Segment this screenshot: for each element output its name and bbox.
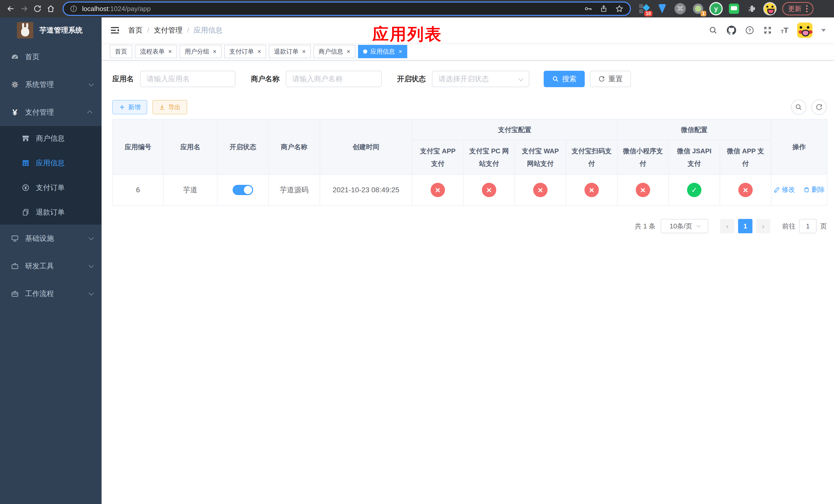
sidebar-item-label: 支付订单: [36, 183, 92, 192]
extension-vue-devtools-icon[interactable]: y: [710, 3, 722, 15]
extension-kite-icon[interactable]: [656, 3, 668, 15]
fullscreen-icon[interactable]: [763, 26, 772, 35]
search-icon[interactable]: [708, 26, 718, 35]
status-toggle[interactable]: [233, 185, 253, 195]
next-page-button[interactable]: ›: [756, 219, 770, 233]
avatar[interactable]: [797, 23, 812, 38]
sidebar-item-workflow[interactable]: 工作流程: [0, 280, 102, 307]
sidebar-logo[interactable]: 芋道管理系统: [0, 18, 102, 43]
wechat-jsapi-status-icon: [687, 183, 701, 197]
sub-header-alipay-wap: 支付宝 WAP 网站支付: [515, 140, 566, 175]
tag-close-icon[interactable]: ×: [258, 48, 261, 54]
group-header-alipay: 支付宝配置: [412, 119, 617, 140]
delete-link[interactable]: 删除: [803, 185, 825, 194]
edit-link[interactable]: 修改: [773, 185, 795, 194]
extension-badge: 1: [701, 11, 706, 17]
tags-view-bar: 首页 流程表单× 用户分组× 支付订单× 退款订单× 商户信息× 应用信息×: [102, 43, 834, 61]
font-size-icon[interactable]: TT: [781, 26, 788, 34]
cell-app-id: 6: [113, 175, 163, 205]
merchant-name-input[interactable]: [286, 71, 381, 87]
col-header-app-id: 应用编号: [113, 119, 163, 175]
tag-label: 商户信息: [319, 47, 343, 55]
profile-emoji-icon[interactable]: [764, 3, 776, 15]
tag-close-icon[interactable]: ×: [168, 48, 172, 54]
extensions-puzzle-icon[interactable]: [746, 3, 758, 15]
workflow-box-icon: [11, 290, 19, 298]
avatar-caret-icon[interactable]: [821, 29, 826, 32]
site-info-icon[interactable]: [70, 5, 78, 13]
help-icon[interactable]: ?: [745, 26, 754, 35]
table-row: 6 芋道 芋道源码 2021-10-23 08:49:25: [113, 175, 827, 205]
sidebar-item-merchant-info[interactable]: 商户信息: [0, 126, 102, 151]
tag-label: 流程表单: [140, 47, 164, 55]
address-bar[interactable]: localhost:1024/pay/app: [63, 2, 631, 16]
screen: localhost:1024/pay/app 10 ⌘ 1 y: [0, 0, 834, 504]
tag-pay-orders[interactable]: 支付订单×: [224, 45, 266, 58]
sub-header-wechat-jsapi: 微信 JSAPI 支付: [668, 140, 720, 175]
search-button[interactable]: 搜索: [544, 71, 585, 87]
sidebar-item-infrastructure[interactable]: 基础设施: [0, 225, 102, 252]
browser-reload-button[interactable]: [31, 2, 44, 15]
export-button[interactable]: 导出: [152, 100, 187, 114]
extension-chat-icon[interactable]: [728, 3, 740, 15]
browser-forward-button[interactable]: [18, 2, 31, 15]
sidebar-item-label: 首页: [25, 52, 92, 62]
back-icon: [6, 4, 15, 13]
cell-actions: 修改 删除: [771, 175, 827, 205]
extension-grid-diamond-icon[interactable]: 10: [638, 3, 650, 15]
github-icon[interactable]: [727, 25, 736, 35]
share-icon[interactable]: [599, 5, 608, 13]
browser-update-chip[interactable]: 更新: [782, 2, 813, 15]
refresh-table-button[interactable]: [811, 99, 827, 115]
extension-command-icon[interactable]: ⌘: [674, 3, 686, 15]
tag-refund-orders[interactable]: 退款订单×: [269, 45, 311, 58]
edit-link-label: 修改: [782, 185, 795, 194]
toolbox-icon: [11, 262, 19, 270]
tag-close-icon[interactable]: ×: [302, 48, 306, 54]
add-button[interactable]: 新增: [112, 100, 147, 114]
sidebar-item-pay-orders[interactable]: 支付订单: [0, 175, 102, 200]
breadcrumb-current: 应用信息: [194, 25, 223, 35]
tag-close-icon[interactable]: ×: [398, 48, 402, 54]
browser-back-button[interactable]: [4, 2, 18, 15]
sidebar-item-home[interactable]: 首页: [0, 43, 102, 71]
page-size-select[interactable]: 10条/页: [661, 219, 708, 233]
sidebar: 芋道管理系统 首页 系统管理 ¥ 支付管理: [0, 18, 102, 504]
sidebar-item-system[interactable]: 系统管理: [0, 71, 102, 98]
sidebar-item-dev-tools[interactable]: 研发工具: [0, 252, 102, 280]
shop-icon: [22, 134, 30, 142]
browser-menu-kebab-icon[interactable]: [806, 5, 808, 12]
tag-close-icon[interactable]: ×: [347, 48, 350, 54]
active-dot-icon: [363, 49, 367, 53]
tag-close-icon[interactable]: ×: [213, 48, 216, 54]
reset-button[interactable]: 重置: [590, 71, 631, 87]
pagination-total: 共 1 条: [635, 222, 656, 231]
tag-user-group[interactable]: 用户分组×: [179, 45, 222, 58]
app-name-input[interactable]: [140, 71, 236, 87]
status-select[interactable]: 请选择开启状态: [432, 71, 529, 87]
sidebar-item-payment[interactable]: ¥ 支付管理: [0, 98, 102, 126]
tag-merchant-info[interactable]: 商户信息×: [313, 45, 355, 58]
hamburger-collapse-icon[interactable]: [110, 25, 120, 36]
sidebar-item-refund-orders[interactable]: 退款订单: [0, 200, 102, 225]
extension-ring-icon[interactable]: 1: [692, 3, 704, 15]
breadcrumb-home[interactable]: 首页: [128, 25, 142, 35]
payment-submenu: 商户信息 应用信息 支付订单: [0, 126, 102, 225]
toggle-search-button[interactable]: [791, 99, 806, 115]
tag-home[interactable]: 首页: [110, 45, 132, 58]
page-size-value: 10条/页: [670, 222, 692, 231]
password-key-icon[interactable]: [584, 4, 592, 13]
goto-page-input[interactable]: [799, 219, 816, 233]
refresh-icon: [598, 75, 605, 83]
sidebar-item-label: 研发工具: [25, 261, 89, 271]
browser-home-button[interactable]: [44, 2, 58, 15]
chevron-down-icon: [518, 76, 523, 81]
sidebar-item-app-info[interactable]: 应用信息: [0, 151, 102, 175]
bookmark-star-icon[interactable]: [615, 4, 624, 13]
main-area: 应用列表 首页 / 支付管理 / 应用信息 ? TT: [102, 18, 834, 504]
prev-page-button[interactable]: ‹: [720, 219, 734, 233]
page-number-active[interactable]: 1: [738, 219, 752, 233]
tag-app-info-active[interactable]: 应用信息×: [358, 45, 407, 58]
breadcrumb-payment[interactable]: 支付管理: [154, 25, 182, 35]
tag-process-form[interactable]: 流程表单×: [135, 45, 177, 58]
